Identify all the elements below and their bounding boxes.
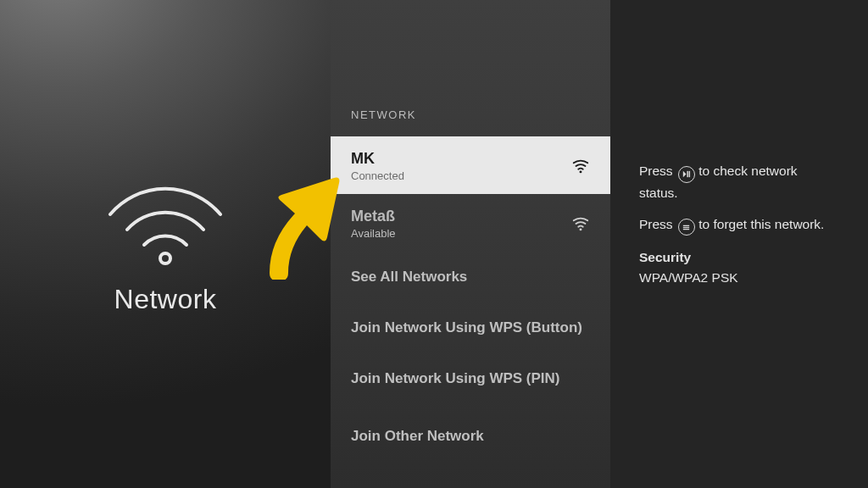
network-status: Connected <box>351 169 404 182</box>
wifi-signal-icon <box>571 214 590 233</box>
network-name: Metaß <box>351 208 396 225</box>
section-label: NETWORK <box>331 108 610 136</box>
svg-point-1 <box>580 170 582 173</box>
category-panel: Network <box>0 0 331 488</box>
svg-rect-4 <box>687 171 688 177</box>
wifi-icon <box>93 174 237 267</box>
svg-point-0 <box>160 253 170 263</box>
see-all-networks[interactable]: See All Networks <box>331 252 610 302</box>
network-item[interactable]: Metaß Available <box>331 194 610 252</box>
hint-check-status: Press to check network status. <box>639 161 839 202</box>
hint-forget-network: Press to forget this network. <box>639 214 839 236</box>
category-title: Network <box>114 284 217 315</box>
network-name: MK <box>351 150 404 168</box>
svg-marker-3 <box>683 171 687 177</box>
network-item-selected[interactable]: MK Connected <box>331 136 610 194</box>
join-wps-button[interactable]: Join Network Using WPS (Button) <box>331 302 610 353</box>
svg-rect-7 <box>683 227 689 228</box>
svg-rect-8 <box>683 229 689 230</box>
security-label: Security <box>639 247 839 267</box>
svg-point-2 <box>580 228 582 230</box>
security-info: Security WPA/WPA2 PSK <box>639 247 839 287</box>
join-other-network[interactable]: Join Other Network <box>331 411 610 445</box>
svg-rect-6 <box>683 225 689 226</box>
detail-panel: Press to check network status. Press to … <box>610 0 868 488</box>
network-list-panel: NETWORK MK Connected Metaß Available See… <box>331 0 610 488</box>
menu-button-icon <box>678 219 695 236</box>
join-wps-pin[interactable]: Join Network Using WPS (PIN) <box>331 353 610 404</box>
play-pause-button-icon <box>678 166 695 183</box>
security-value: WPA/WPA2 PSK <box>639 268 839 287</box>
svg-rect-5 <box>689 171 690 177</box>
network-status: Available <box>351 227 396 240</box>
wifi-signal-icon <box>571 157 590 175</box>
